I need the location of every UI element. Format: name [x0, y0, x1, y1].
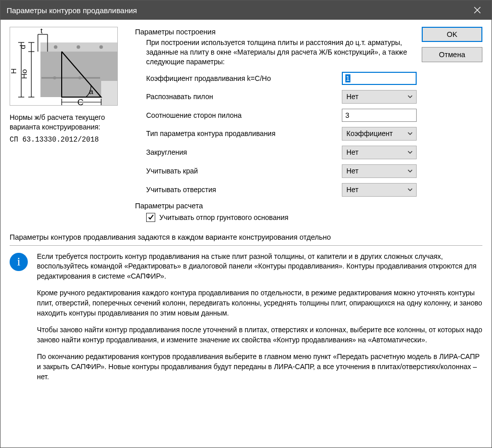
norms-label: Нормы ж/б расчета текущего варианта конс… [10, 113, 126, 132]
chevron-down-icon [406, 95, 414, 98]
build-params-heading: Параметры построения [135, 28, 417, 36]
row-soil-check: Учитывать отпор грунтового основания [146, 213, 417, 222]
diag-H: H [10, 68, 18, 74]
right-column: OK Отмена [422, 27, 482, 62]
calc-params-heading: Параметры расчета [135, 202, 417, 210]
norms-code: СП 63.13330.2012/2018 [10, 135, 126, 145]
row-holes: Учитывать отверстия Нет [146, 183, 417, 197]
info-p2: Кроме ручного редактирования каждого кон… [37, 288, 482, 318]
combo-param-type[interactable]: Коэффициент [342, 127, 417, 141]
chevron-down-icon [406, 151, 414, 154]
diag-C: C [77, 98, 83, 106]
label-edge: Учитывать край [146, 167, 342, 175]
info-p3: Чтобы заново найти контур продавливания … [37, 325, 482, 345]
top-row: t d H Ho a C Нормы ж/б расчета текущего … [10, 27, 482, 222]
combo-edge[interactable]: Нет [342, 164, 417, 178]
diag-t: t [40, 27, 43, 35]
close-icon [474, 7, 481, 14]
dialog-window: Параметры контуров продавливания [0, 0, 492, 448]
close-button[interactable] [466, 1, 488, 20]
norms-block: Нормы ж/б расчета текущего варианта конс… [10, 113, 126, 145]
row-rounding: Закругления Нет [146, 146, 417, 159]
ok-button[interactable]: OK [422, 27, 482, 42]
window-title: Параметры контуров продавливания [7, 6, 466, 15]
chevron-down-icon [406, 169, 414, 172]
combo-rounding[interactable]: Нет [342, 146, 417, 159]
combo-holes[interactable]: Нет [342, 183, 417, 197]
svg-rect-4 [101, 81, 118, 106]
dialog-body: t d H Ho a C Нормы ж/б расчета текущего … [1, 20, 491, 447]
info-icon: i [10, 253, 28, 271]
combo-recognize[interactable]: Нет [342, 90, 417, 104]
label-recognize: Распознавать пилон [146, 93, 342, 101]
cancel-button[interactable]: Отмена [422, 47, 482, 62]
label-ratio: Соотношение сторон пилона [146, 111, 342, 119]
svg-point-6 [77, 46, 80, 49]
separator [10, 245, 482, 246]
info-block: i Если требуется построить контур продав… [10, 252, 482, 389]
label-holes: Учитывать отверстия [146, 186, 342, 194]
row-coef: Коэффициент продавливания k=C/Ho 1 [146, 72, 417, 85]
label-soil-check: Учитывать отпор грунтового основания [159, 213, 288, 221]
row-edge: Учитывать край Нет [146, 164, 417, 178]
svg-point-7 [100, 46, 103, 49]
diag-d: d [18, 45, 27, 49]
info-p1: Если требуется построить контур продавли… [37, 252, 482, 282]
diag-Ho: Ho [20, 69, 28, 79]
chevron-down-icon [406, 188, 414, 191]
label-param-type: Тип параметра контура продавливания [146, 129, 342, 138]
label-rounding: Закругления [146, 148, 342, 156]
checkbox-soil[interactable] [146, 213, 155, 222]
input-coef[interactable]: 1 [342, 72, 417, 85]
info-text: Если требуется построить контур продавли… [37, 252, 482, 389]
build-params-desc: При построении используется толщина плит… [146, 38, 417, 67]
input-ratio[interactable] [342, 109, 417, 122]
titlebar: Параметры контуров продавливания [1, 1, 491, 20]
per-variant-note: Параметры контуров продавливания задаютс… [10, 233, 482, 241]
chevron-down-icon [406, 132, 414, 135]
row-param-type: Тип параметра контура продавливания Коэф… [146, 127, 417, 141]
left-column: t d H Ho a C Нормы ж/б расчета текущего … [10, 27, 126, 145]
svg-point-5 [54, 46, 58, 49]
info-p4: По окончанию редактирования контуров про… [37, 352, 482, 382]
diag-a: a [89, 87, 94, 96]
middle-column: Параметры построения При построении испо… [126, 27, 422, 222]
label-coef: Коэффициент продавливания k=C/Ho [146, 74, 342, 82]
row-recognize: Распознавать пилон Нет [146, 90, 417, 104]
diagram: t d H Ho a C [10, 27, 118, 106]
row-ratio: Соотношение сторон пилона [146, 109, 417, 122]
